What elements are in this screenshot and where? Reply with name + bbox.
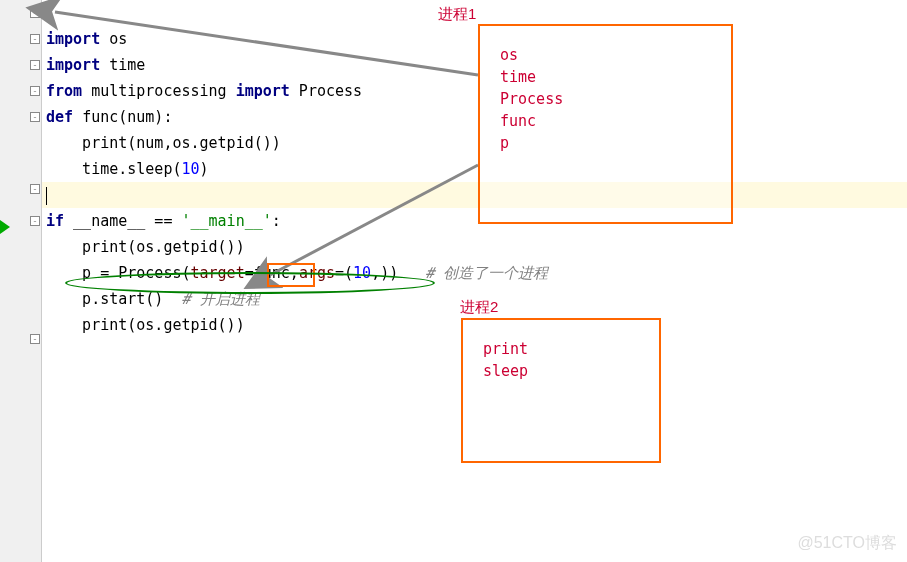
code-line: print(num,os.getpid()): [42, 130, 907, 156]
code-line: import os: [42, 26, 907, 52]
code-line: print(os.getpid()): [42, 234, 907, 260]
fold-icon[interactable]: -: [30, 184, 40, 194]
code-line: def func(num):: [42, 104, 907, 130]
fold-icon[interactable]: -: [30, 34, 40, 44]
code-line: import time: [42, 52, 907, 78]
fold-icon[interactable]: -: [30, 112, 40, 122]
code-line: from multiprocessing import Process: [42, 78, 907, 104]
annotation-ellipse: [65, 272, 435, 294]
watermark: @51CTO博客: [797, 533, 897, 554]
annotation-label-process2: 进程2: [460, 298, 498, 317]
code-line: if __name__ == '__main__':: [42, 208, 907, 234]
fold-icon[interactable]: -: [30, 8, 40, 18]
annotation-box-content: print sleep: [463, 320, 659, 400]
fold-icon[interactable]: -: [30, 216, 40, 226]
fold-icon[interactable]: -: [30, 60, 40, 70]
run-marker-icon: [0, 220, 10, 234]
annotation-box-content: os time Process func p: [480, 26, 731, 172]
code-line: time.sleep(10): [42, 156, 907, 182]
fold-icon[interactable]: -: [30, 86, 40, 96]
fold-icon[interactable]: -: [30, 334, 40, 344]
code-line-current: [42, 182, 907, 208]
annotation-label-process1: 进程1: [438, 5, 476, 24]
editor-gutter: - - - - - - - -: [0, 0, 42, 562]
annotation-box-process2: print sleep: [461, 318, 661, 463]
annotation-box-process1: os time Process func p: [478, 24, 733, 224]
caret-icon: [46, 187, 47, 205]
